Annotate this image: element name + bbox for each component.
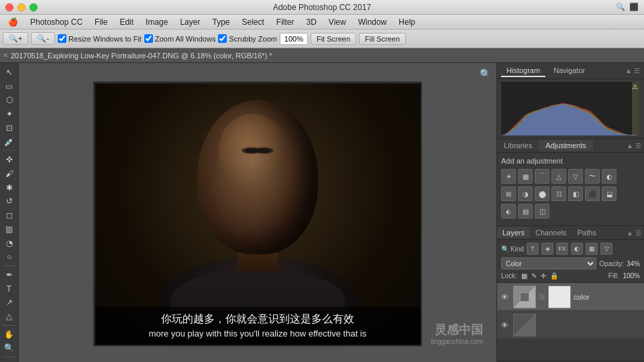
menu-apple[interactable]: 🍎 (3, 16, 23, 28)
dodge-tool[interactable]: ○ (2, 250, 17, 263)
adj-menu-icon[interactable]: ☰ (635, 142, 641, 149)
resize-windows-checkbox[interactable]: Resize Windows to Fit (58, 34, 142, 43)
tab-adjustments[interactable]: Adjustments (539, 140, 593, 151)
adj-hsl[interactable]: ◐ (602, 169, 616, 184)
kind-filter-3[interactable]: FX (556, 243, 568, 255)
layers-collapse-icon[interactable]: ▲ (627, 229, 633, 237)
adj-bw[interactable]: ◑ (518, 186, 533, 201)
adj-threshold[interactable]: ⬖ (501, 204, 516, 219)
minimize-button[interactable] (17, 3, 25, 11)
tab-navigator[interactable]: Navigator (548, 65, 590, 77)
layer-name[interactable]: color (574, 293, 640, 301)
type-tool[interactable]: T (2, 282, 17, 296)
menu-edit[interactable]: Edit (114, 16, 139, 28)
adj-exposure[interactable]: △ (551, 169, 566, 184)
fill-screen-button[interactable]: Fill Screen (359, 33, 406, 45)
move-tool[interactable]: ↖ (2, 66, 17, 79)
clone-stamp-tool[interactable]: ✱ (2, 181, 17, 194)
opacity-value[interactable]: 34% (627, 260, 640, 267)
spot-healing-tool[interactable]: ✜ (2, 153, 17, 166)
panel-menu-icon[interactable]: ☰ (634, 67, 640, 74)
crop-tool[interactable]: ⊡ (2, 121, 17, 135)
hand-tool[interactable]: ✋ (2, 328, 17, 341)
kind-filter-icon[interactable]: T (527, 243, 539, 255)
adj-vibrance[interactable]: 〜 (585, 169, 600, 184)
path-selection-tool[interactable]: ↗ (2, 296, 17, 310)
fit-screen-button[interactable]: Fit Screen (311, 33, 356, 45)
layer-item-color[interactable]: 👁 ⛓ color (497, 283, 644, 311)
fill-value[interactable]: 100% (623, 272, 640, 280)
adj-selective-color[interactable]: ◫ (535, 204, 549, 219)
tab-channels[interactable]: Channels (530, 227, 572, 238)
scrubby-zoom-checkbox[interactable]: Scrubby Zoom (218, 34, 277, 43)
menu-view[interactable]: View (323, 16, 352, 28)
menu-window[interactable]: Window (353, 16, 392, 28)
zoom-in-button[interactable]: 🔍+ (3, 32, 28, 45)
tab-libraries[interactable]: Libraries (497, 140, 539, 151)
shape-tool[interactable]: △ (2, 310, 17, 323)
adj-down[interactable]: ▽ (568, 169, 583, 184)
menu-layer[interactable]: Layer (174, 16, 205, 28)
lock-transparent-icon[interactable]: ▦ (521, 272, 527, 280)
menu-file[interactable]: File (89, 16, 113, 28)
search-icon[interactable]: 🔍 (616, 3, 625, 11)
menu-photoshop[interactable]: Photoshop CC (25, 16, 88, 28)
pen-tool[interactable]: ✒ (2, 268, 17, 282)
lock-position-icon[interactable]: ✛ (541, 272, 546, 280)
eraser-tool[interactable]: ◻ (2, 208, 17, 222)
tab-paths[interactable]: Paths (572, 227, 602, 238)
fullscreen-icon[interactable]: ⬛ (629, 3, 639, 11)
eyedropper-tool[interactable]: 💉 (2, 135, 17, 149)
blur-tool[interactable]: ◔ (2, 237, 17, 250)
foreground-color[interactable]: ◼ (2, 359, 17, 362)
layer-item-2[interactable]: 👁 (497, 311, 644, 339)
tab-histogram[interactable]: Histogram (501, 65, 545, 77)
adj-photo-filter[interactable]: ⬤ (535, 186, 549, 201)
histogram-warning-icon[interactable]: ⚠ (632, 83, 638, 90)
adj-invert[interactable]: ⬛ (585, 186, 600, 201)
maximize-button[interactable] (30, 3, 38, 11)
gradient-tool[interactable]: ▥ (2, 223, 17, 236)
menu-help[interactable]: Help (393, 16, 421, 28)
adj-color-lookup[interactable]: ◧ (568, 186, 583, 201)
kind-filter-4[interactable]: ◐ (571, 243, 583, 255)
brush-tool[interactable]: 🖌 (2, 167, 17, 180)
zoom-all-checkbox[interactable]: Zoom All Windows (144, 34, 215, 43)
tab-layers[interactable]: Layers (497, 227, 530, 238)
menu-type[interactable]: Type (207, 16, 235, 28)
tab-label[interactable]: 20170518_Exploring Low-Key Portraiture-0… (11, 52, 272, 60)
menu-select[interactable]: Select (236, 16, 269, 28)
rectangular-marquee-tool[interactable]: ▭ (2, 80, 17, 93)
layer-visibility-icon-2[interactable]: 👁 (501, 321, 511, 329)
adj-curves[interactable]: ⌒ (535, 169, 549, 184)
adj-brightness-contrast[interactable]: ☀ (501, 169, 516, 184)
lock-all-icon[interactable]: 🔒 (550, 272, 558, 280)
adj-collapse-icon[interactable]: ▲ (627, 142, 633, 149)
menu-filter[interactable]: Filter (271, 16, 300, 28)
tabbar: ✕ 20170518_Exploring Low-Key Portraiture… (0, 48, 644, 63)
zoom-out-button[interactable]: 🔍- (31, 32, 55, 45)
blend-mode-select[interactable]: Color Normal Multiply Screen Overlay (501, 257, 596, 269)
layer-visibility-icon[interactable]: 👁 (501, 293, 511, 301)
kind-filter-6[interactable]: ▽ (600, 243, 612, 255)
menu-3d[interactable]: 3D (301, 16, 322, 28)
panel-collapse-icon[interactable]: ▲ (625, 67, 632, 74)
adj-gradient-map[interactable]: ▤ (518, 204, 533, 219)
lock-image-icon[interactable]: ✎ (531, 272, 537, 280)
app-title: Adobe Photoshop CC 2017 (273, 3, 371, 12)
lasso-tool[interactable]: ⬡ (2, 93, 17, 107)
adj-posterize[interactable]: ⬓ (602, 186, 616, 201)
zoom-tool[interactable]: 🔍 (2, 342, 17, 355)
menu-image[interactable]: Image (140, 16, 173, 28)
kind-filter-2[interactable]: ◈ (541, 243, 553, 255)
history-brush-tool[interactable]: ↺ (2, 195, 17, 208)
adj-channel-mixer[interactable]: ☷ (551, 186, 566, 201)
adj-levels[interactable]: ▦ (518, 169, 533, 184)
quick-selection-tool[interactable]: ✦ (2, 107, 17, 121)
zoom-input[interactable] (280, 33, 308, 45)
adj-color-balance[interactable]: ⊞ (501, 186, 516, 201)
kind-filter-5[interactable]: ▦ (586, 243, 598, 255)
close-button[interactable] (5, 3, 13, 11)
layers-menu-icon[interactable]: ☰ (635, 229, 641, 237)
tab-close-icon[interactable]: ✕ (3, 52, 8, 59)
